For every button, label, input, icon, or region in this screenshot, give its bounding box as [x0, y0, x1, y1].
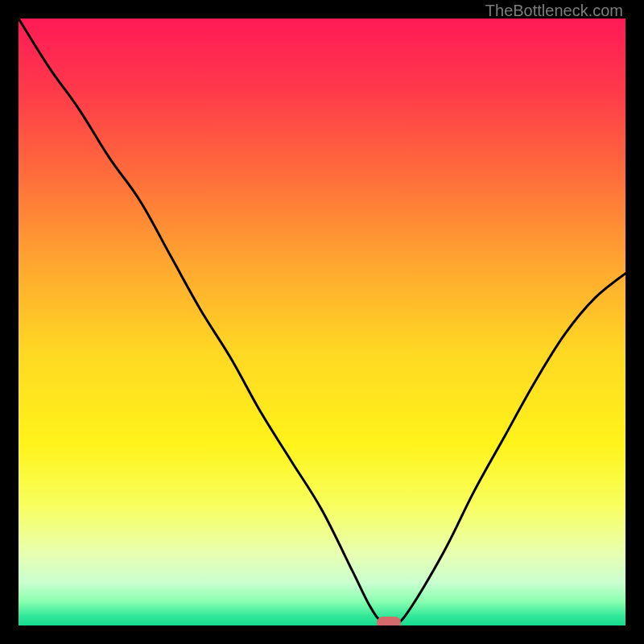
plot-area: [19, 19, 625, 625]
optimal-marker: [377, 617, 401, 625]
chart-container: TheBottleneck.com: [0, 0, 644, 644]
watermark-text: TheBottleneck.com: [485, 2, 623, 20]
bottleneck-curve: [19, 19, 625, 624]
curve-layer: [19, 19, 625, 625]
